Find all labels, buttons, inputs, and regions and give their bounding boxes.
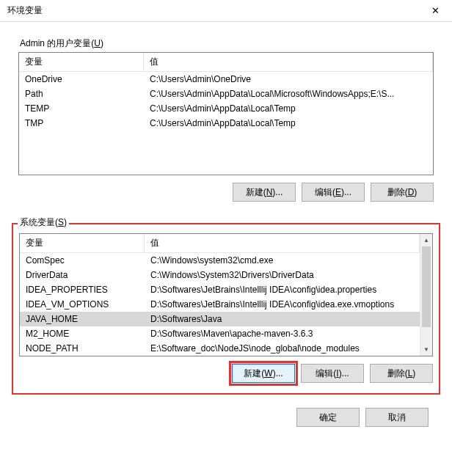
dialog-content: Admin 的用户变量(U) 变量 值 OneDriveC:\Users\Adm… [0,22,452,439]
titlebar: 环境变量 ✕ [0,0,452,22]
user-delete-button[interactable]: 删除(D) [371,183,434,202]
user-edit-button[interactable]: 编辑(E)... [302,183,365,202]
cell-value: C:\Users\Admin\AppData\Local\Temp [144,117,433,129]
system-variables-list[interactable]: 变量 值 ComSpecC:\Windows\system32\cmd.exeD… [19,233,433,356]
cell-name: Path [19,88,144,100]
table-row[interactable]: PathC:\Users\Admin\AppData\Local\Microso… [19,87,433,101]
cell-value: D:\Softwares\Java [145,313,420,325]
cell-name: ComSpec [20,255,145,266]
table-row[interactable]: TMPC:\Users\Admin\AppData\Local\Temp [19,116,433,131]
col-header-value[interactable]: 值 [145,234,420,252]
cell-name: TEMP [19,103,144,114]
col-header-name[interactable]: 变量 [20,234,145,252]
table-row[interactable]: IDEA_PROPERTIESD:\Softwares\JetBrains\In… [20,282,420,297]
cell-name: DriverData [20,269,145,281]
cell-value: D:\Softwares\JetBrains\Intelllij IDEA\co… [145,299,420,310]
cell-value: E:\Software_doc\NodeJS\node_global\node_… [145,343,420,354]
table-row[interactable]: JAVA_HOMED:\Softwares\Java [20,312,420,326]
table-row[interactable]: OneDriveC:\Users\Admin\OneDrive [19,72,433,87]
cell-value: C:\Users\Admin\OneDrive [144,73,433,85]
table-row[interactable]: TEMPC:\Users\Admin\AppData\Local\Temp [19,101,433,116]
sys-list-header: 变量 值 [20,234,420,253]
user-variables-group: Admin 的用户变量(U) 变量 值 OneDriveC:\Users\Adm… [12,44,440,205]
close-button[interactable]: ✕ [419,0,452,22]
cell-value: C:\Users\Admin\AppData\Local\Temp [144,103,433,114]
table-row[interactable]: NODE_PATHE:\Software_doc\NodeJS\node_glo… [20,341,420,356]
dialog-button-row: 确定 取消 [12,395,440,427]
col-header-value[interactable]: 值 [144,53,433,71]
table-row[interactable]: M2_HOMED:\Softwares\Maven\apache-maven-3… [20,326,420,341]
user-variables-label: Admin 的用户变量(U) [18,37,106,50]
cell-name: M2_HOME [20,328,145,340]
scroll-thumb[interactable] [422,246,431,327]
close-icon: ✕ [431,5,440,16]
cell-name: JAVA_HOME [20,313,145,325]
cell-name: TMP [19,117,144,129]
system-edit-button[interactable]: 编辑(I)... [301,364,364,383]
cell-value: C:\Windows\System32\Drivers\DriverData [145,269,420,281]
scroll-up-icon[interactable]: ▲ [420,234,432,246]
system-new-button[interactable]: 新建(W)... [232,364,295,383]
cell-name: IDEA_VM_OPTIONS [20,299,145,310]
user-variables-list[interactable]: 变量 值 OneDriveC:\Users\Admin\OneDrivePath… [18,52,434,175]
cell-value: D:\Softwares\Maven\apache-maven-3.6.3 [145,328,420,340]
cell-name: OneDrive [19,73,144,85]
table-row[interactable]: DriverDataC:\Windows\System32\Drivers\Dr… [20,268,420,282]
cell-value: D:\Softwares\JetBrains\Intelllij IDEA\co… [145,284,420,296]
system-list-scrollbar[interactable]: ▲ ▼ [420,234,432,356]
table-row[interactable]: ComSpecC:\Windows\system32\cmd.exe [20,253,420,268]
system-delete-button[interactable]: 删除(L) [370,364,433,383]
user-list-header: 变量 值 [19,53,433,72]
col-header-name[interactable]: 变量 [19,53,144,71]
system-variables-group: 系统变量(S) 变量 值 ComSpecC:\Windows\system32\… [12,223,440,395]
cell-value: C:\Users\Admin\AppData\Local\Microsoft\W… [144,88,433,100]
table-row[interactable]: IDEA_VM_OPTIONSD:\Softwares\JetBrains\In… [20,297,420,312]
cell-value: C:\Windows\system32\cmd.exe [145,255,420,266]
scroll-track[interactable] [420,246,432,343]
cancel-button[interactable]: 取消 [365,408,429,427]
cell-name: NODE_PATH [20,343,145,354]
system-variables-label: 系统变量(S) [18,216,69,229]
cell-name: IDEA_PROPERTIES [20,284,145,296]
user-new-button[interactable]: 新建(N)... [233,183,296,202]
window-title: 环境变量 [7,4,419,17]
scroll-down-icon[interactable]: ▼ [420,343,432,356]
ok-button[interactable]: 确定 [296,408,360,427]
